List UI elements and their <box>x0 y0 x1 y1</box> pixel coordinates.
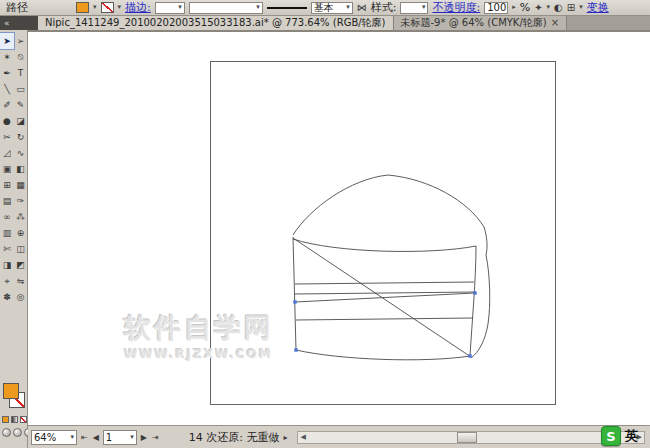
pen-tool[interactable]: ✒ <box>0 65 14 81</box>
opacity-value: 100 <box>487 2 506 13</box>
live-paint-selection-tool[interactable]: ◩ <box>14 257 27 273</box>
cake-outer-right-edge-path <box>471 255 490 358</box>
shape-mode-icon[interactable]: ◐ <box>554 3 563 13</box>
free-transform-tool[interactable]: ▣ <box>0 161 14 177</box>
tools-panel: ➤ ➢ ✶ ⍉ ✒ T <box>0 30 28 448</box>
draw-behind-button[interactable] <box>13 428 22 437</box>
zoom-level-value: 64% <box>34 432 56 443</box>
cake-front-top-edge-path <box>293 239 476 251</box>
shape-builder-tool[interactable]: ◧ <box>14 161 27 177</box>
scroll-left-icon[interactable]: ◀ <box>300 433 305 441</box>
dock-collapse-icon: « <box>4 18 10 28</box>
select-similar-icon[interactable]: ✦ <box>534 3 542 13</box>
direct-selection-tool[interactable]: ➢ <box>14 33 27 49</box>
next-artboard-button[interactable]: ▶ <box>140 433 148 442</box>
fill-stroke-indicator <box>2 383 26 411</box>
stroke-dropdown-icon[interactable]: ▾ <box>118 4 122 11</box>
measure-tool[interactable]: ⌖ <box>0 273 14 289</box>
recolor-artwork-icon[interactable]: ⋈ <box>357 3 367 13</box>
dock-collapse-handle[interactable]: « <box>0 16 38 30</box>
tool-grid: ➤ ➢ ✶ ⍉ ✒ T <box>0 30 27 305</box>
stroke-width-combo[interactable]: ▾ <box>155 2 185 14</box>
align-grid-dropdown-icon[interactable]: ▾ <box>579 4 583 11</box>
reflect-tool[interactable]: ⇋ <box>14 273 27 289</box>
cake-left-edge-path <box>293 237 296 350</box>
artboard-tool[interactable]: ⊕ <box>14 225 27 241</box>
magic-wand-tool[interactable]: ✶ <box>0 49 14 65</box>
profile-dropdown-icon: ▾ <box>256 4 260 11</box>
paintbrush-tool[interactable]: ✐ <box>0 97 14 113</box>
live-paint-bucket-tool[interactable]: ◨ <box>0 257 14 273</box>
fill-indicator-swatch[interactable] <box>3 383 19 399</box>
line-segment-tool[interactable]: ╲ <box>0 81 14 97</box>
fill-dropdown-icon[interactable]: ▾ <box>93 4 97 11</box>
opacity-input[interactable]: 100 <box>484 2 508 14</box>
document-tab-1[interactable]: Nipic_1411249_20100202003515033183.ai* @… <box>38 16 394 30</box>
artboard-navigation-combo[interactable]: 1 ▾ <box>103 430 137 445</box>
zoom-tool[interactable]: ◎ <box>14 289 27 305</box>
blend-tool[interactable]: ∞ <box>0 209 14 225</box>
status-bar: 64% ▾ ⇤ ◀ 1 ▾ ▶ ⇥ 14 次还原: 无重做 ▸ ◀ ▶ <box>28 425 650 448</box>
blob-brush-tool[interactable]: ● <box>0 113 14 129</box>
scale-tool[interactable]: ◿ <box>0 145 14 161</box>
brush-dropdown-icon: ▾ <box>346 4 350 11</box>
opacity-link[interactable]: 不透明度: <box>432 0 480 15</box>
zoom-dropdown-icon: ▾ <box>70 434 74 441</box>
brush-stroke-preview <box>267 7 307 9</box>
first-artboard-button[interactable]: ⇤ <box>80 433 89 442</box>
align-grid-icon[interactable]: ⊞ <box>567 3 575 13</box>
fill-color-swatch[interactable] <box>76 2 89 13</box>
variable-width-profile-combo[interactable]: ▾ <box>189 2 263 14</box>
status-popup-icon[interactable]: ▸ <box>282 433 288 442</box>
style-dropdown-icon: ▾ <box>422 4 426 11</box>
rectangle-tool[interactable]: ▭ <box>14 81 27 97</box>
artboard-dropdown-icon: ▾ <box>130 434 134 441</box>
cake-slice-drawing[interactable] <box>280 162 500 382</box>
slice-selection-tool[interactable]: ◫ <box>14 241 27 257</box>
ime-indicator[interactable]: S 英 <box>601 426 638 446</box>
select-similar-dropdown-icon[interactable]: ▾ <box>547 4 551 11</box>
selection-tool[interactable]: ➤ <box>0 33 14 49</box>
pencil-tool[interactable]: ✎ <box>14 97 27 113</box>
brush-definition-combo[interactable]: 基本 ▾ <box>311 2 353 14</box>
eyedropper-tool[interactable]: ✑ <box>14 193 27 209</box>
gradient-tool[interactable]: ▤ <box>0 193 14 209</box>
horizontal-scrollbar[interactable]: ◀ ▶ <box>297 431 645 444</box>
document-tab-2-close-icon[interactable]: × <box>551 18 559 28</box>
color-button[interactable] <box>2 416 9 423</box>
watermark-line1: 软件自学网 <box>124 310 274 346</box>
stroke-color-swatch[interactable] <box>101 2 114 13</box>
anchor-point[interactable] <box>473 291 476 294</box>
document-tab-2[interactable]: 未标题-9* @ 64% (CMYK/轮廓) × <box>394 16 568 30</box>
gradient-button[interactable] <box>11 416 18 423</box>
mesh-tool[interactable]: ▦ <box>14 177 27 193</box>
zoom-level-combo[interactable]: 64% ▾ <box>31 430 77 445</box>
previous-artboard-button[interactable]: ◀ <box>92 433 100 442</box>
lasso-tool[interactable]: ⍉ <box>14 49 27 65</box>
hand-tool[interactable]: ✽ <box>0 289 14 305</box>
opacity-slider-icon[interactable]: ▸ <box>512 4 516 11</box>
sogou-logo-icon[interactable]: S <box>601 426 621 446</box>
scissors-tool[interactable]: ✂ <box>0 129 14 145</box>
column-graph-tool[interactable]: ▥ <box>0 225 14 241</box>
document-tab-bar: « Nipic_1411249_20100202003515033183.ai*… <box>0 16 650 30</box>
rotate-tool[interactable]: ↻ <box>14 129 27 145</box>
style-combo[interactable]: ▾ <box>400 2 428 14</box>
slice-tool[interactable]: ✄ <box>0 241 14 257</box>
stroke-panel-link[interactable]: 描边: <box>125 0 151 15</box>
none-button[interactable] <box>20 416 27 423</box>
document-canvas[interactable]: 软件自学网 WWW.RJZXW.COM <box>28 30 650 425</box>
scrollbar-thumb[interactable] <box>457 432 477 443</box>
last-artboard-button[interactable]: ⇥ <box>151 433 160 442</box>
width-tool[interactable]: ∿ <box>14 145 27 161</box>
watermark-line2: WWW.RJZXW.COM <box>124 347 274 361</box>
anchor-point[interactable] <box>468 354 471 357</box>
draw-normal-button[interactable] <box>2 428 11 437</box>
eraser-tool[interactable]: ◪ <box>14 113 27 129</box>
transform-link[interactable]: 变换 <box>587 0 609 15</box>
anchor-point[interactable] <box>293 300 296 303</box>
type-tool[interactable]: T <box>14 65 27 81</box>
perspective-grid-tool[interactable]: ⊞ <box>0 177 14 193</box>
anchor-point[interactable] <box>294 348 297 351</box>
symbol-sprayer-tool[interactable]: ⁂ <box>14 209 27 225</box>
